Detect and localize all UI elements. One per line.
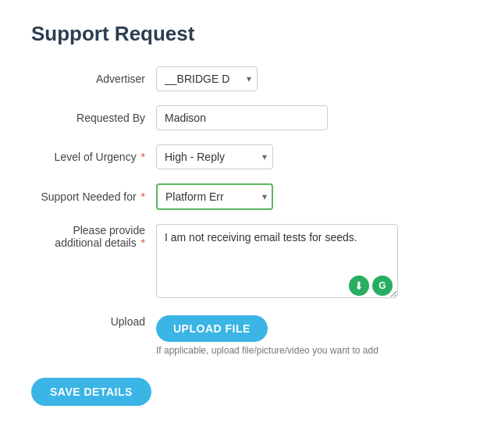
upload-group: Upload UPLOAD FILE If applicable, upload… — [31, 315, 463, 356]
details-textarea-wrapper: I am not receiving email tests for seeds… — [156, 224, 398, 301]
save-details-button[interactable]: SAVE DETAILS — [31, 378, 151, 406]
page-title: Support Request — [31, 22, 463, 46]
upload-file-button[interactable]: UPLOAD FILE — [156, 315, 268, 342]
advertiser-label: Advertiser — [31, 73, 156, 85]
upload-section: UPLOAD FILE If applicable, upload file/p… — [156, 315, 378, 356]
advertiser-select[interactable]: __BRIDGE D — [156, 66, 258, 91]
urgency-select-wrapper: High - Reply Medium Low ▾ — [156, 144, 273, 169]
support-select-wrapper: Platform Err Other ▾ — [156, 183, 273, 210]
details-label: Please provide additional details * — [31, 224, 156, 249]
details-group: Please provide additional details * I am… — [31, 224, 463, 301]
textarea-icons: ⬇ G — [349, 276, 393, 296]
page-container: Support Request Advertiser __BRIDGE D ▾ … — [0, 0, 494, 448]
download-icon[interactable]: ⬇ — [349, 276, 369, 296]
urgency-label: Level of Urgency * — [31, 151, 156, 163]
advertiser-select-wrapper: __BRIDGE D ▾ — [156, 66, 258, 91]
support-required: * — [138, 190, 145, 203]
advertiser-group: Advertiser __BRIDGE D ▾ — [31, 66, 463, 91]
support-label: Support Needed for * — [31, 190, 156, 203]
requested-by-label: Requested By — [31, 112, 156, 124]
urgency-select[interactable]: High - Reply Medium Low — [156, 144, 273, 169]
upload-label: Upload — [31, 315, 156, 328]
requested-by-input[interactable] — [156, 105, 328, 130]
urgency-required: * — [138, 151, 145, 163]
upload-hint: If applicable, upload file/picture/video… — [156, 345, 378, 356]
support-group: Support Needed for * Platform Err Other … — [31, 183, 463, 210]
support-select[interactable]: Platform Err Other — [156, 183, 273, 210]
urgency-group: Level of Urgency * High - Reply Medium L… — [31, 144, 463, 169]
requested-by-group: Requested By — [31, 105, 463, 130]
grammarly-icon[interactable]: G — [372, 276, 393, 296]
details-required: * — [138, 236, 145, 249]
